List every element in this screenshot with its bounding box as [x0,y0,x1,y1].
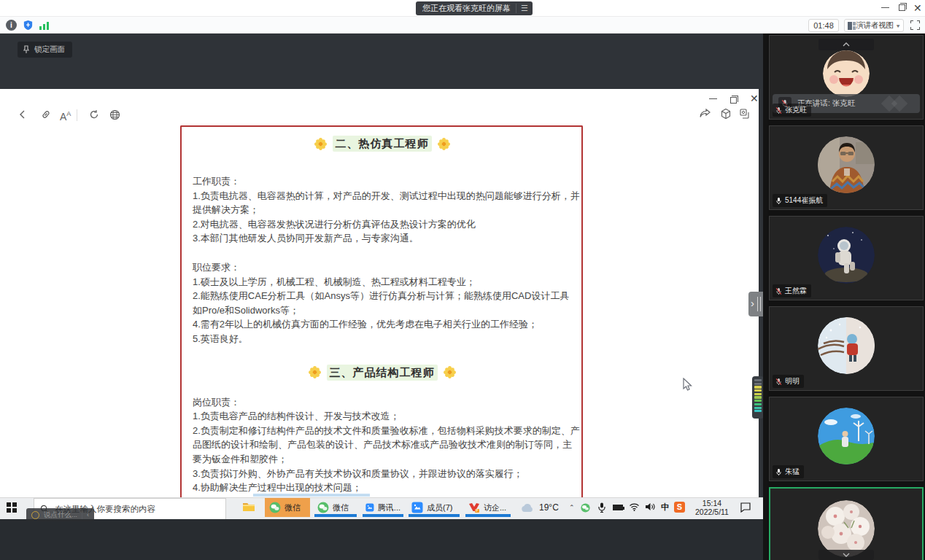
watching-banner: 您正在观看张克旺的屏幕 ☰ [416,1,533,15]
doc-close-button[interactable]: ✕ [750,93,759,104]
tray-volume-icon[interactable] [645,502,655,511]
flower-icon [444,366,456,378]
taskbar-app-wps[interactable]: P 访企... [464,498,512,517]
tray-wechat-icon[interactable] [581,503,590,513]
taskbar-app-tencent-meeting[interactable]: 腾讯... [361,498,405,517]
flower-icon [438,138,450,150]
tray-expand-chevron[interactable]: ⌃ [569,504,575,511]
network-signal-icon[interactable] [39,21,50,30]
doc-line: 要为钣金件和塑胶件； [193,452,571,467]
mic-on-icon [775,468,782,476]
banner-menu-icon[interactable]: ☰ [516,4,528,13]
mic-muted-icon [775,106,782,114]
doc-line: 2.对电抗器、电容器发热状况进行分析仿真评估及热设计方案的优化 [193,217,571,232]
meeting-toolbar: i 01:48 演讲者视图 ▼ [0,16,925,34]
caret-down-icon: ▼ [895,23,901,28]
participant-tile[interactable]: 王然霖 [769,216,924,300]
mic-muted-icon [775,287,782,295]
doc-line: 提供解决方案； [193,203,571,217]
doc-line: 工作职责： [193,174,571,189]
action-center-icon[interactable] [740,502,751,513]
danmaku-input[interactable]: 说点什么... ‹ [26,508,94,521]
svg-text:P: P [476,509,478,513]
doc-line: 2.负责制定和修订结构件产品的技术文件和质量验收标准，包括物料采购技术要求的制定… [193,424,571,438]
back-icon[interactable] [18,109,28,120]
tencent-meeting-icon [365,502,374,513]
view-mode-button[interactable]: 演讲者视图 ▼ [844,19,904,32]
doc-line: 5.英语良好。 [193,332,571,346]
cloud-icon [521,503,535,513]
print-icon[interactable] [739,108,751,120]
avatar [818,227,875,284]
meeting-info-icon[interactable]: i [6,20,17,31]
participant-tile[interactable]: 正在讲话: 张克旺 张克旺 [769,35,924,120]
tray-mic-icon[interactable] [598,502,605,513]
watching-banner-text: 您正在观看张克旺的屏幕 [422,3,511,14]
shared-document-window: AA ✕ 二、热仿真工程师 工作职责：1.负责电抗器、电容器热的计算，对产品的开… [0,89,759,497]
meeting-duration: 01:48 [808,19,839,32]
doc-line: 4.协助解决生产过程中出现的技术问题； [193,481,571,495]
job3-duties: 岗位职责：1.负责电容产品的结构件设计、开发与技术改造；2.负责制定和修订结构件… [193,395,571,495]
toolbar-divider [77,109,77,121]
tray-sogou-icon[interactable]: S [674,502,685,513]
participant-name: 王然霖 [773,284,811,298]
meeting-titlebar: 您正在观看张克旺的屏幕 ☰ ✕ [0,0,925,16]
participant-tile-speaking[interactable] [769,487,924,560]
windows-taskbar: 在这里输入你要搜索的内容 微信 微信 腾讯... 成员(7) [0,497,763,519]
wechat-icon [269,502,281,513]
tray-ime-indicator[interactable]: 中 [661,502,669,513]
globe-icon[interactable] [109,109,120,120]
article-page: 二、热仿真工程师 工作职责：1.负责电抗器、电容器热的计算，对产品的开发、测试过… [180,125,583,497]
mic-muted-icon [775,378,782,386]
collapse-up-icon[interactable] [818,39,874,50]
avatar [818,500,875,557]
participant-name: 5144崔振航 [773,194,827,207]
mouse-cursor [683,378,693,392]
shared-screen-stage: 锁定画面 AA ✕ 二、热仿真工程师 工作职责：1.负责电 [0,34,763,560]
taskbar-weather[interactable]: 19°C [516,498,566,517]
doc-line: 3.本部门其他研发人员协同开发新产品，与专家沟通。 [193,231,571,246]
pin-icon [23,45,30,54]
doc-restore-button[interactable] [730,97,737,104]
participant-name: 明明 [773,375,804,388]
protection-shield-icon[interactable] [23,20,34,31]
fullscreen-icon[interactable] [910,20,920,30]
participant-tile[interactable]: 明明 [769,306,924,391]
collapse-icon[interactable]: ‹ [87,511,89,518]
close-button[interactable]: ✕ [913,3,922,13]
pin-view-button[interactable]: 锁定画面 [18,42,72,58]
doc-minimize-button[interactable] [709,98,717,99]
link-icon[interactable] [40,109,52,120]
doc-line: 职位要求： [193,260,571,275]
refresh-icon[interactable] [89,109,99,120]
mic-on-icon [775,197,782,205]
participant-name: 张克旺 [773,104,811,117]
taskbar-app-wechat[interactable]: 微信 [313,498,358,517]
doc-line: 品图纸的设计和绘制、产品包装的设计、产品技术标准或产品验收技术准则的制订等同，主 [193,438,571,452]
start-button[interactable] [7,502,17,513]
wechat-icon [317,502,329,513]
sidebar-expand-handle[interactable]: › [748,292,763,316]
taskbar-app-wechat-active[interactable]: 微信 [265,498,310,517]
doc-line: 1.负责电抗器、电容器热的计算，对产品的开发、测试过程中出现的热问题能够进行分析… [193,189,571,203]
tray-battery-icon[interactable] [613,505,623,510]
participant-tile[interactable]: 朱猛 [769,397,924,481]
tray-network-icon[interactable] [629,502,640,511]
font-size-icon[interactable]: AA [60,110,71,122]
doc-line: 岗位职责： [193,395,571,410]
flower-icon [314,138,327,150]
restore-button[interactable] [899,4,905,11]
cube-icon[interactable] [720,108,732,120]
section-heading-2: 二、热仿真工程师 [193,136,571,152]
tray-clock[interactable]: 15:14 2022/5/11 [690,499,734,516]
avatar [818,136,875,193]
collapse-down-icon[interactable] [818,550,874,560]
taskbar-app-meeting-members[interactable]: 成员(7) [407,498,461,517]
share-icon[interactable] [699,108,711,119]
participant-tile[interactable]: 5144崔振航 [769,125,924,210]
minimize-button[interactable] [881,7,889,8]
watermark [891,96,908,112]
file-explorer-icon[interactable] [242,502,255,513]
tencent-meeting-icon [411,502,423,513]
doc-line: 1.硕士及以上学历，机械工程、机械制造、热工程或材料工程专业； [193,275,571,289]
